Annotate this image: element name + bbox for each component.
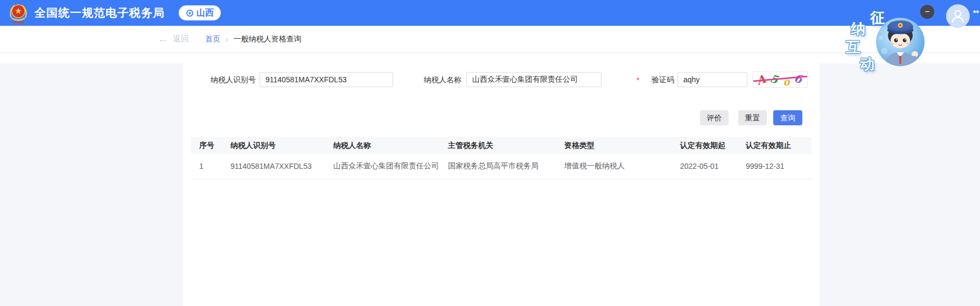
taxpayer-name-label: 纳税人名称 xyxy=(415,72,461,87)
taxpayer-name-input[interactable] xyxy=(466,72,601,87)
mascot-minimize-button[interactable]: − xyxy=(920,5,934,19)
breadcrumb-home-link[interactable]: 首页 xyxy=(205,34,220,44)
cell-valid-to: 9999-12-31 xyxy=(746,154,811,179)
user-icon xyxy=(949,7,967,25)
minus-icon: − xyxy=(925,8,929,16)
table-header-row: 序号 纳税人识别号 纳税人名称 主管税务机关 资格类型 认定有效期起 认定有效期… xyxy=(191,137,811,154)
region-label: 山西 xyxy=(197,8,214,19)
captcha-image[interactable]: A 5 o 6 xyxy=(753,72,808,88)
col-header-qualification-type: 资格类型 xyxy=(564,137,680,154)
cell-qualification-type: 增值税一般纳税人 xyxy=(564,154,680,179)
evaluate-button[interactable]: 评价 xyxy=(700,110,729,125)
mascot-char-dong: 动 xyxy=(860,54,874,74)
captcha-char-3: o xyxy=(782,75,792,87)
taxpayer-id-label: 纳税人识别号 xyxy=(205,72,256,87)
breadcrumb-spacer xyxy=(0,53,980,63)
cell-taxpayer-name: 山西众禾壹心集团有限责任公司 xyxy=(333,154,448,179)
col-header-taxpayer-id: 纳税人识别号 xyxy=(230,137,333,154)
breadcrumb-current-page: 一般纳税人资格查询 xyxy=(234,34,302,44)
captcha-input[interactable] xyxy=(677,72,747,87)
cell-valid-from: 2022-05-01 xyxy=(680,154,746,179)
cell-taxpayer-id: 91140581MA7XXFDL53 xyxy=(230,154,333,179)
taxpayer-id-input[interactable] xyxy=(260,72,393,87)
captcha-required-mark: * xyxy=(636,72,639,87)
col-header-tax-authority: 主管税务机关 xyxy=(448,137,564,154)
mascot-char-zheng: 征 xyxy=(870,8,885,27)
location-pin-icon xyxy=(186,9,194,17)
cell-tax-authority: 国家税务总局高平市税务局 xyxy=(448,154,564,179)
back-arrow-icon[interactable]: ← xyxy=(158,33,168,45)
mascot-char-hu: 互 xyxy=(846,38,860,57)
region-badge[interactable]: 山西 xyxy=(179,5,221,20)
back-button[interactable]: 返回 xyxy=(173,34,189,44)
app-title: 全国统一规范电子税务局 xyxy=(34,5,165,20)
query-panel: 纳税人识别号 纳税人名称 * 验证码 A 5 o 6 评价 重置 查询 序号 纳… xyxy=(183,63,820,306)
col-header-seq: 序号 xyxy=(191,137,230,154)
user-avatar[interactable] xyxy=(946,4,970,28)
mascot-char-na: 纳 xyxy=(851,19,865,39)
tax-bureau-emblem-logo xyxy=(8,2,29,24)
cell-seq: 1 xyxy=(191,154,230,179)
captcha-label: 验证码 xyxy=(643,72,674,87)
tax-interaction-mascot-widget[interactable]: 征 纳 互 动 xyxy=(845,0,958,75)
results-table: 序号 纳税人识别号 纳税人名称 主管税务机关 资格类型 认定有效期起 认定有效期… xyxy=(191,137,811,179)
breadcrumb-bar: ← 返回 首页 › 一般纳税人资格查询 xyxy=(0,26,980,53)
query-button[interactable]: 查询 xyxy=(773,110,802,125)
top-header-bar: 全国统一规范电子税务局 山西 xyxy=(0,0,980,26)
captcha-char-4: 6 xyxy=(792,72,806,87)
reset-button[interactable]: 重置 xyxy=(738,110,767,125)
col-header-valid-from: 认定有效期起 xyxy=(680,137,746,154)
username-text: ** xyxy=(973,9,979,17)
captcha-glyphs: A 5 o 6 xyxy=(753,72,807,87)
col-header-taxpayer-name: 纳税人名称 xyxy=(333,137,448,154)
breadcrumb-separator: › xyxy=(226,35,228,44)
col-header-valid-to: 认定有效期止 xyxy=(746,137,811,154)
table-row: 1 91140581MA7XXFDL53 山西众禾壹心集团有限责任公司 国家税务… xyxy=(191,154,811,179)
